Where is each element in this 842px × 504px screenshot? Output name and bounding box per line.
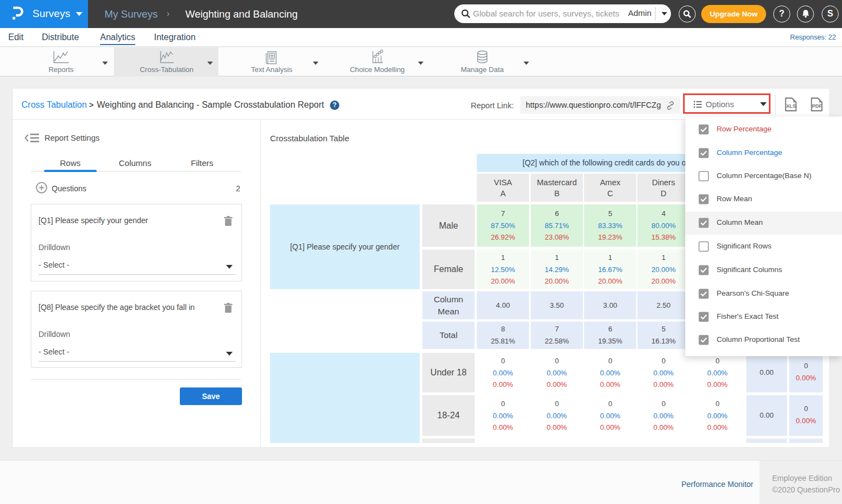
svg-text:PDF: PDF xyxy=(812,103,823,109)
svg-text:XLS: XLS xyxy=(786,103,796,109)
